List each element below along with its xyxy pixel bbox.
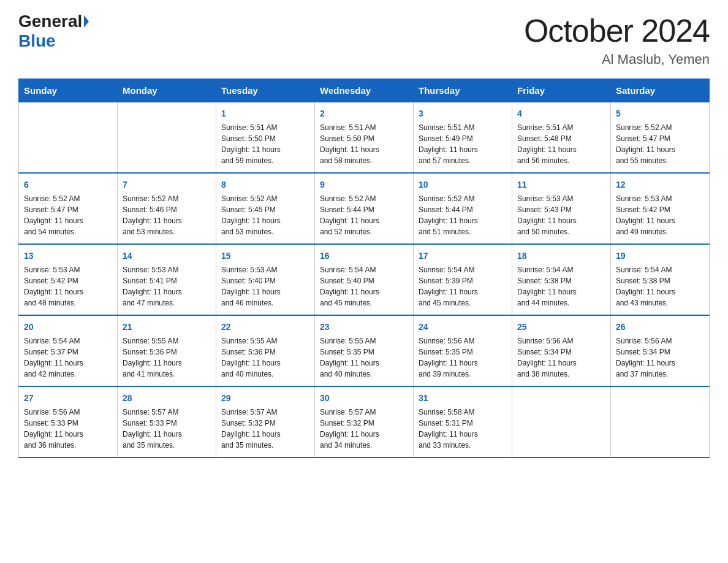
calendar-cell: 5Sunrise: 5:52 AM Sunset: 5:47 PM Daylig… <box>611 102 710 174</box>
day-number: 1 <box>221 107 309 120</box>
day-number: 30 <box>320 392 408 405</box>
calendar-cell: 26Sunrise: 5:56 AM Sunset: 5:34 PM Dayli… <box>611 315 710 386</box>
day-number: 9 <box>320 178 408 191</box>
day-number: 18 <box>517 250 605 262</box>
calendar-cell: 19Sunrise: 5:54 AM Sunset: 5:38 PM Dayli… <box>611 244 710 315</box>
day-number: 20 <box>24 321 112 334</box>
day-number: 31 <box>419 392 507 405</box>
day-info: Sunrise: 5:57 AM Sunset: 5:32 PM Dayligh… <box>221 408 281 450</box>
calendar-cell: 27Sunrise: 5:56 AM Sunset: 5:33 PM Dayli… <box>19 386 118 458</box>
day-info: Sunrise: 5:52 AM Sunset: 5:47 PM Dayligh… <box>616 123 675 165</box>
calendar-header-row: SundayMondayTuesdayWednesdayThursdayFrid… <box>19 79 710 102</box>
day-info: Sunrise: 5:56 AM Sunset: 5:35 PM Dayligh… <box>419 337 478 378</box>
day-info: Sunrise: 5:51 AM Sunset: 5:49 PM Dayligh… <box>419 123 478 165</box>
day-info: Sunrise: 5:53 AM Sunset: 5:42 PM Dayligh… <box>616 194 675 236</box>
day-number: 17 <box>419 250 507 262</box>
calendar-cell: 14Sunrise: 5:53 AM Sunset: 5:41 PM Dayli… <box>118 244 216 315</box>
logo-blue-text: Blue <box>18 31 56 50</box>
day-info: Sunrise: 5:52 AM Sunset: 5:44 PM Dayligh… <box>320 194 379 236</box>
calendar-subtitle: Al Maslub, Yemen <box>524 52 710 67</box>
day-info: Sunrise: 5:51 AM Sunset: 5:50 PM Dayligh… <box>221 123 281 165</box>
day-info: Sunrise: 5:53 AM Sunset: 5:43 PM Dayligh… <box>517 194 577 236</box>
day-number: 23 <box>320 321 408 334</box>
calendar-cell: 12Sunrise: 5:53 AM Sunset: 5:42 PM Dayli… <box>611 173 710 244</box>
calendar-cell: 28Sunrise: 5:57 AM Sunset: 5:33 PM Dayli… <box>118 386 216 458</box>
day-info: Sunrise: 5:55 AM Sunset: 5:35 PM Dayligh… <box>320 337 379 378</box>
calendar-cell: 23Sunrise: 5:55 AM Sunset: 5:35 PM Dayli… <box>315 315 414 386</box>
day-info: Sunrise: 5:55 AM Sunset: 5:36 PM Dayligh… <box>221 337 281 378</box>
calendar-cell: 21Sunrise: 5:55 AM Sunset: 5:36 PM Dayli… <box>118 315 216 386</box>
day-info: Sunrise: 5:54 AM Sunset: 5:37 PM Dayligh… <box>24 337 83 378</box>
calendar-cell: 1Sunrise: 5:51 AM Sunset: 5:50 PM Daylig… <box>216 102 315 174</box>
weekday-header-friday: Friday <box>512 79 611 102</box>
day-info: Sunrise: 5:54 AM Sunset: 5:40 PM Dayligh… <box>320 266 379 307</box>
day-number: 19 <box>616 250 704 262</box>
day-number: 24 <box>419 321 507 334</box>
day-info: Sunrise: 5:57 AM Sunset: 5:32 PM Dayligh… <box>320 408 379 450</box>
day-number: 11 <box>517 178 605 191</box>
weekday-header-monday: Monday <box>118 79 216 102</box>
calendar-cell: 16Sunrise: 5:54 AM Sunset: 5:40 PM Dayli… <box>315 244 414 315</box>
weekday-header-thursday: Thursday <box>414 79 512 102</box>
day-number: 16 <box>320 250 408 262</box>
calendar-cell: 8Sunrise: 5:52 AM Sunset: 5:45 PM Daylig… <box>216 173 315 244</box>
weekday-header-sunday: Sunday <box>19 79 118 102</box>
calendar-cell <box>512 386 611 458</box>
day-number: 12 <box>616 178 704 191</box>
day-info: Sunrise: 5:57 AM Sunset: 5:33 PM Dayligh… <box>123 408 182 450</box>
title-section: October 2024 Al Maslub, Yemen <box>524 12 710 67</box>
logo: General Blue <box>18 12 89 51</box>
day-info: Sunrise: 5:53 AM Sunset: 5:41 PM Dayligh… <box>123 266 182 307</box>
calendar-cell: 15Sunrise: 5:53 AM Sunset: 5:40 PM Dayli… <box>216 244 315 315</box>
day-number: 21 <box>123 321 211 334</box>
day-info: Sunrise: 5:54 AM Sunset: 5:39 PM Dayligh… <box>419 266 478 307</box>
calendar-cell: 20Sunrise: 5:54 AM Sunset: 5:37 PM Dayli… <box>19 315 118 386</box>
calendar-cell: 22Sunrise: 5:55 AM Sunset: 5:36 PM Dayli… <box>216 315 315 386</box>
day-number: 15 <box>221 250 309 262</box>
calendar-week-row: 27Sunrise: 5:56 AM Sunset: 5:33 PM Dayli… <box>19 386 710 458</box>
weekday-header-saturday: Saturday <box>611 79 710 102</box>
day-number: 26 <box>616 321 704 334</box>
calendar-cell: 2Sunrise: 5:51 AM Sunset: 5:50 PM Daylig… <box>315 102 414 174</box>
day-info: Sunrise: 5:52 AM Sunset: 5:46 PM Dayligh… <box>123 194 182 236</box>
day-number: 8 <box>221 178 309 191</box>
calendar-cell: 7Sunrise: 5:52 AM Sunset: 5:46 PM Daylig… <box>118 173 216 244</box>
calendar-cell: 25Sunrise: 5:56 AM Sunset: 5:34 PM Dayli… <box>512 315 611 386</box>
day-number: 28 <box>123 392 211 405</box>
day-number: 2 <box>320 107 408 120</box>
day-info: Sunrise: 5:54 AM Sunset: 5:38 PM Dayligh… <box>616 266 675 307</box>
day-info: Sunrise: 5:56 AM Sunset: 5:34 PM Dayligh… <box>517 337 577 378</box>
day-number: 13 <box>24 250 112 262</box>
calendar-cell: 4Sunrise: 5:51 AM Sunset: 5:48 PM Daylig… <box>512 102 611 174</box>
calendar-cell: 10Sunrise: 5:52 AM Sunset: 5:44 PM Dayli… <box>414 173 512 244</box>
calendar-cell: 3Sunrise: 5:51 AM Sunset: 5:49 PM Daylig… <box>414 102 512 174</box>
day-number: 5 <box>616 107 704 120</box>
day-number: 10 <box>419 178 507 191</box>
weekday-header-tuesday: Tuesday <box>216 79 315 102</box>
day-number: 25 <box>517 321 605 334</box>
day-info: Sunrise: 5:52 AM Sunset: 5:44 PM Dayligh… <box>419 194 478 236</box>
day-number: 6 <box>24 178 112 191</box>
day-info: Sunrise: 5:56 AM Sunset: 5:34 PM Dayligh… <box>616 337 675 378</box>
day-number: 14 <box>123 250 211 262</box>
calendar-week-row: 6Sunrise: 5:52 AM Sunset: 5:47 PM Daylig… <box>19 173 710 244</box>
calendar-cell: 9Sunrise: 5:52 AM Sunset: 5:44 PM Daylig… <box>315 173 414 244</box>
calendar-cell <box>611 386 710 458</box>
calendar-week-row: 20Sunrise: 5:54 AM Sunset: 5:37 PM Dayli… <box>19 315 710 386</box>
day-info: Sunrise: 5:56 AM Sunset: 5:33 PM Dayligh… <box>24 408 83 450</box>
day-info: Sunrise: 5:51 AM Sunset: 5:50 PM Dayligh… <box>320 123 379 165</box>
day-info: Sunrise: 5:51 AM Sunset: 5:48 PM Dayligh… <box>517 123 577 165</box>
day-info: Sunrise: 5:58 AM Sunset: 5:31 PM Dayligh… <box>419 408 478 450</box>
calendar-cell <box>19 102 118 174</box>
day-number: 22 <box>221 321 309 334</box>
calendar-cell: 17Sunrise: 5:54 AM Sunset: 5:39 PM Dayli… <box>414 244 512 315</box>
calendar-cell: 18Sunrise: 5:54 AM Sunset: 5:38 PM Dayli… <box>512 244 611 315</box>
calendar-cell <box>118 102 216 174</box>
logo-general-text: General <box>18 12 82 31</box>
calendar-cell: 31Sunrise: 5:58 AM Sunset: 5:31 PM Dayli… <box>414 386 512 458</box>
day-info: Sunrise: 5:53 AM Sunset: 5:40 PM Dayligh… <box>221 266 281 307</box>
day-number: 29 <box>221 392 309 405</box>
calendar-title: October 2024 <box>524 12 710 49</box>
day-number: 27 <box>24 392 112 405</box>
weekday-header-wednesday: Wednesday <box>315 79 414 102</box>
